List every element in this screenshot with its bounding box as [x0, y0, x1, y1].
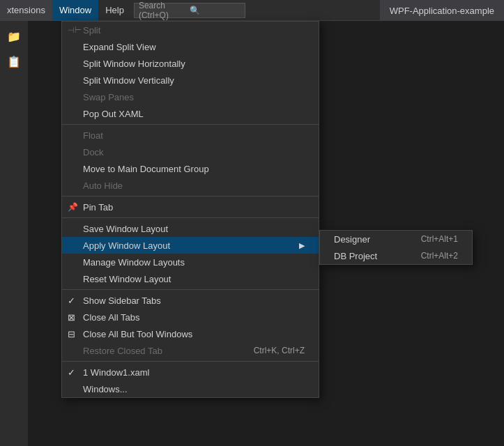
window-dropdown-menu: ⊣⊢ Split Expand Split View Split Window … [61, 21, 319, 398]
menu-swap-panes[interactable]: Swap Panes [62, 89, 319, 105]
menu-expand-split[interactable]: Expand Split View [62, 38, 319, 55]
submenu-db-project[interactable]: DB Project Ctrl+Alt+2 [320, 247, 472, 264]
menu-item-extensions[interactable]: xtensions [0, 0, 52, 20]
menu-auto-hide[interactable]: Auto Hide [62, 177, 319, 194]
menu-move-to-main[interactable]: Move to Main Document Group [62, 160, 319, 177]
pin-icon: 📌 [68, 202, 78, 212]
menu-close-all-tabs[interactable]: ⊠ Close All Tabs [62, 309, 319, 325]
menu-pin-tab[interactable]: 📌 Pin Tab [62, 199, 319, 215]
menu-item-help[interactable]: Help [98, 0, 131, 20]
close-tool-icon: ⊟ [68, 329, 75, 339]
check-icon-2: ✓ [68, 367, 75, 378]
db-project-shortcut: Ctrl+Alt+2 [421, 251, 458, 261]
separator-4 [62, 289, 319, 290]
menu-windows[interactable]: Windows... [62, 380, 319, 397]
restore-shortcut: Ctrl+K, Ctrl+Z [254, 346, 305, 355]
menu-float[interactable]: Float [62, 127, 319, 144]
close-tabs-icon: ⊠ [68, 312, 75, 323]
menu-save-layout[interactable]: Save Window Layout [62, 220, 319, 237]
menu-manage-layouts[interactable]: Manage Window Layouts [62, 254, 319, 270]
separator-1 [62, 124, 319, 125]
menu-bar: xtensions Window Help Search (Ctrl+Q) 🔍 … [0, 0, 504, 21]
menu-split-horizontal[interactable]: Split Window Horizontally [62, 55, 319, 72]
split-icon: ⊣⊢ [68, 26, 82, 35]
menu-window1[interactable]: ✓ 1 Window1.xaml [62, 364, 319, 380]
menu-show-sidebar[interactable]: ✓ Show Sidebar Tabs [62, 292, 319, 309]
separator-2 [62, 196, 319, 197]
menu-reset-layout[interactable]: Reset Window Layout [62, 270, 319, 287]
search-icon: 🔍 [190, 6, 240, 15]
search-box[interactable]: Search (Ctrl+Q) 🔍 [134, 3, 245, 18]
menu-item-window[interactable]: Window [52, 0, 98, 20]
menu-split[interactable]: ⊣⊢ Split [62, 22, 319, 38]
submenu-arrow-icon: ▶ [299, 241, 305, 250]
menu-apply-layout[interactable]: Apply Window Layout ▶ [62, 237, 319, 254]
check-icon: ✓ [68, 295, 75, 306]
menu-dock[interactable]: Dock [62, 144, 319, 160]
sidebar-icon-folder[interactable]: 📁 [4, 26, 24, 46]
separator-3 [62, 217, 319, 218]
sidebar-icon-clipboard[interactable]: 📋 [4, 52, 24, 71]
menu-close-but-tool[interactable]: ⊟ Close All But Tool Windows [62, 325, 319, 342]
separator-5 [62, 361, 319, 362]
apply-layout-submenu: Designer Ctrl+Alt+1 DB Project Ctrl+Alt+… [319, 230, 473, 265]
menu-pop-out-xaml[interactable]: Pop Out XAML [62, 105, 319, 122]
sidebar: 📁 📋 [0, 21, 28, 446]
window-title: WPF-Application-example [380, 0, 504, 21]
submenu-designer[interactable]: Designer Ctrl+Alt+1 [320, 231, 472, 247]
menu-restore-closed[interactable]: Restore Closed Tab Ctrl+K, Ctrl+Z [62, 342, 319, 359]
menu-split-vertical[interactable]: Split Window Vertically [62, 72, 319, 89]
designer-shortcut: Ctrl+Alt+1 [421, 234, 458, 244]
